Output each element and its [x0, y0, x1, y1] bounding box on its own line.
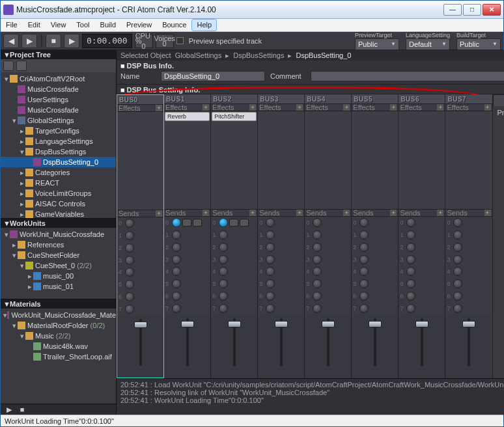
effects-zone[interactable] [445, 111, 492, 209]
bus-column[interactable]: BUS6Effects+Sends+01234567 [399, 94, 445, 378]
send-knob[interactable] [125, 219, 134, 228]
fader-handle[interactable] [134, 322, 147, 328]
bus-header[interactable]: BUS3 [258, 94, 304, 103]
send-knob[interactable] [125, 256, 134, 265]
stop-button[interactable]: ■ [46, 34, 61, 48]
effects-zone[interactable]: PitchShifter [211, 111, 257, 209]
send-knob[interactable] [313, 304, 322, 313]
tree-item[interactable]: UserSettings [1, 94, 116, 105]
send-solo-button[interactable] [240, 219, 249, 227]
tree-item[interactable]: ▸REACT [1, 178, 116, 188]
fader[interactable] [468, 318, 470, 366]
materials-tree[interactable]: ▾WorkUnit_MusicCrossfade_Mate ▾MaterialR… [1, 309, 116, 404]
add-effect-icon[interactable]: + [203, 104, 209, 111]
send-knob[interactable] [453, 279, 462, 288]
fader[interactable] [233, 318, 236, 366]
workunits-header[interactable]: ▼WorkUnits [1, 219, 116, 228]
send-knob[interactable] [266, 292, 275, 301]
project-tree-header[interactable]: ▼Project Tree [1, 50, 116, 59]
preview-track-checkbox[interactable] [176, 37, 184, 44]
fader[interactable] [327, 318, 329, 366]
send-knob[interactable] [172, 243, 181, 252]
bus-header[interactable]: BUS5 [352, 94, 398, 103]
fader[interactable] [421, 318, 423, 366]
tree-tool-button[interactable] [16, 61, 27, 71]
send-knob[interactable] [266, 267, 275, 276]
bus-header[interactable]: BUS6 [399, 94, 445, 103]
send-knob[interactable] [359, 292, 369, 301]
footer-stop-icon[interactable]: ■ [18, 405, 27, 414]
effects-zone[interactable] [399, 111, 445, 209]
minimize-button[interactable]: — [443, 4, 462, 16]
tree-workunit-root[interactable]: ▾WorkUnit_MusicCrossfade [1, 229, 116, 240]
bus-header[interactable]: BUS7 [445, 94, 492, 103]
bus-column[interactable]: BUS7Effects+Sends+01234567 [445, 94, 492, 378]
send-knob[interactable] [125, 243, 134, 253]
send-knob[interactable] [266, 230, 275, 240]
bus-header[interactable]: BUS1 [164, 94, 210, 103]
send-mute-button[interactable] [182, 219, 191, 227]
effects-zone[interactable] [258, 111, 304, 209]
send-knob[interactable] [453, 243, 462, 252]
send-knob[interactable] [219, 267, 228, 276]
tree-wav-item[interactable]: Ttrailer_ShortLoop.aif [1, 351, 116, 362]
send-knob[interactable] [172, 279, 181, 288]
materials-header[interactable]: ▼Materials [1, 299, 116, 309]
effect-reverb[interactable]: Reverb [165, 112, 210, 121]
send-knob[interactable] [406, 230, 415, 240]
menu-view[interactable]: View [46, 19, 72, 31]
effects-zone[interactable] [352, 111, 398, 209]
tree-dspbussettings[interactable]: ▾DspBusSettings [1, 146, 116, 157]
comment-field[interactable] [311, 71, 504, 81]
send-knob[interactable] [125, 268, 134, 277]
add-effect-icon[interactable]: + [249, 104, 256, 111]
send-knob[interactable] [453, 267, 462, 276]
property-tab[interactable] [493, 94, 504, 106]
tree-cue-item[interactable]: ▸music_01 [1, 281, 116, 292]
preview-target-combo[interactable]: Public▼ [355, 38, 399, 50]
add-send-icon[interactable]: + [437, 210, 443, 216]
send-knob[interactable] [313, 292, 322, 301]
build-target-combo[interactable]: Public▼ [456, 38, 501, 50]
tree-item[interactable]: ▸References [1, 240, 116, 250]
send-knob[interactable] [172, 292, 181, 301]
tree-item[interactable]: ▸TargetConfigs [1, 126, 116, 136]
tree-item[interactable]: ▸AISAC Controls [1, 199, 116, 209]
send-knob[interactable] [219, 230, 228, 240]
send-knob[interactable] [125, 292, 134, 301]
send-knob[interactable] [406, 279, 415, 288]
effects-zone[interactable] [305, 111, 351, 209]
send-knob[interactable] [406, 304, 415, 313]
menu-edit[interactable]: Edit [23, 19, 46, 31]
maximize-button[interactable]: □ [463, 4, 481, 16]
tree-item[interactable]: MusicCrossfade [1, 105, 116, 115]
play-button[interactable]: ▶ [64, 34, 79, 48]
fader-handle[interactable] [275, 321, 288, 327]
tree-item[interactable]: ▸GameVariables [1, 209, 116, 218]
send-knob[interactable] [313, 243, 322, 252]
add-send-icon[interactable]: + [156, 210, 162, 217]
tree-globalsettings[interactable]: ▾GlobalSettings [1, 115, 116, 126]
fader[interactable] [280, 318, 283, 366]
menu-build[interactable]: Build [95, 19, 121, 31]
name-field[interactable]: DspBusSetting_0 [161, 71, 265, 81]
send-mute-button[interactable] [229, 219, 238, 227]
send-knob[interactable] [406, 218, 415, 227]
add-send-icon[interactable]: + [296, 210, 303, 216]
tree-cuesheet[interactable]: ▾CueSheet_0 (2/2) [1, 260, 116, 271]
fader[interactable] [186, 318, 189, 366]
send-knob[interactable] [125, 305, 134, 314]
send-knob[interactable] [219, 243, 228, 252]
effects-zone[interactable] [117, 112, 163, 210]
send-knob[interactable] [359, 304, 369, 313]
language-setting-combo[interactable]: Default▼ [406, 38, 450, 50]
send-knob[interactable] [266, 243, 275, 252]
send-knob[interactable] [359, 218, 369, 227]
send-knob[interactable] [172, 255, 181, 264]
effect-pitchshifter[interactable]: PitchShifter [212, 112, 257, 121]
tree-item[interactable]: ▸LanguageSettings [1, 136, 116, 146]
send-knob[interactable] [406, 292, 415, 301]
effects-zone[interactable]: Reverb [164, 111, 210, 209]
tree-dspbussetting0[interactable]: DspBusSetting_0 [1, 157, 116, 167]
bus-column[interactable]: BUS4Effects+Sends+01234567 [305, 94, 352, 378]
